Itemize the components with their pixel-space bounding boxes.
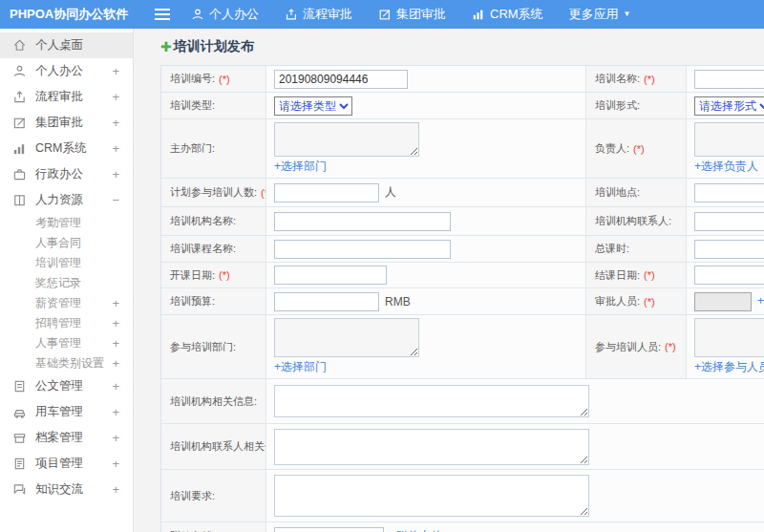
field-label: 培训地点: [595, 185, 640, 200]
select-participants-link[interactable]: +选择参与人员 [694, 359, 764, 375]
sidebar-item-personal-office[interactable]: 个人办公 + [0, 58, 133, 84]
training-form-select[interactable]: 请选择形式 [694, 96, 764, 116]
form-row: 参与培训部门: +选择部门 参与培训人员:(*) +选择参与人员 [161, 315, 764, 379]
briefcase-icon [12, 167, 27, 181]
budget-input[interactable] [274, 292, 379, 311]
form-row: 培训要求: [161, 470, 764, 522]
total-hours-input[interactable] [694, 240, 764, 259]
user-icon [12, 64, 27, 78]
sidebar-item-reward-records[interactable]: 奖惩记录 [0, 273, 133, 293]
sidebar-item-group-approval[interactable]: 集团审批 + [0, 110, 133, 136]
select-approver-link[interactable]: +选择审批人 [757, 293, 764, 309]
sidebar-item-recruit-mgmt[interactable]: 招聘管理+ [0, 313, 133, 333]
label-cell: 培训课程名称: [161, 236, 266, 262]
sidebar-item-knowledge-exchange[interactable]: 知识交流 + [0, 477, 133, 502]
responsible-person-textarea[interactable] [694, 122, 764, 157]
sidebar-item-salary-mgmt[interactable]: 薪资管理+ [0, 293, 133, 313]
attachment-upload-link[interactable]: +附件上传 [390, 528, 442, 532]
nav-crm-system[interactable]: CRM系统 [472, 6, 543, 23]
sidebar-item-attendance-mgmt[interactable]: 考勤管理 [0, 213, 133, 233]
label-cell: 附件文档: [161, 522, 266, 532]
label-cell: 培训编号:(*) [161, 66, 266, 92]
field-label: 审批人员: [595, 294, 640, 309]
label-cell: 负责人:(*) [585, 119, 687, 178]
book-icon [12, 193, 27, 207]
nav-personal-office[interactable]: 个人办公 [191, 6, 259, 23]
participating-departments-textarea[interactable] [274, 318, 419, 357]
label-cell: 培训要求: [161, 470, 266, 521]
sidebar-item-document-mgmt[interactable]: 公文管理 + [0, 373, 133, 399]
field-cell: +选择参与人员 [687, 315, 764, 378]
label-cell: 培训机构联系人: [585, 207, 687, 235]
planned-participants-input[interactable] [274, 183, 379, 202]
nav-group-approval[interactable]: 集团审批 [378, 6, 446, 23]
participating-people-textarea[interactable] [694, 318, 764, 357]
field-label: 培训机构相关信息: [170, 394, 257, 409]
field-cell [687, 179, 764, 206]
sidebar-item-human-resources[interactable]: 人力资源 − [0, 187, 133, 213]
sidebar-item-admin-office[interactable]: 行政办公 + [0, 161, 133, 187]
field-cell [266, 470, 764, 521]
field-label: 结课日期: [595, 268, 640, 283]
nav-workflow-approval[interactable]: 流程审批 [285, 6, 352, 23]
training-requirements-textarea[interactable] [274, 475, 589, 517]
document-icon [12, 379, 27, 394]
field-label: 培训编号: [170, 72, 215, 86]
institution-info-textarea[interactable] [274, 385, 589, 417]
course-name-input[interactable] [274, 240, 451, 259]
start-date-input[interactable] [274, 266, 387, 285]
form-row: 计划参与培训人数:(*) 人 培训地点: [161, 179, 764, 207]
main-content: ✚ 培训计划发布 培训编号:(*) 培训名称:(*) 培训类型: 请选择类型 培… [134, 29, 764, 532]
sidebar-item-training-mgmt[interactable]: 培训管理 [0, 253, 133, 273]
clipboard-icon [12, 457, 27, 471]
edit-icon [12, 116, 27, 130]
form-row: 培训机构相关信息: [161, 379, 764, 424]
training-plan-form: 培训编号:(*) 培训名称:(*) 培训类型: 请选择类型 培训形式: 请选择形… [160, 65, 764, 532]
field-cell [266, 379, 764, 423]
training-location-input[interactable] [694, 183, 764, 202]
archive-icon [12, 431, 27, 445]
top-nav: 个人办公 流程审批 集团审批 CRM系统 更多应用 ▼ [191, 6, 657, 23]
training-number-input[interactable] [274, 70, 408, 89]
sidebar-item-workflow-approval[interactable]: 流程审批 + [0, 84, 133, 110]
approver-input[interactable] [694, 292, 752, 311]
required-mark: (*) [219, 74, 230, 85]
sidebar-item-hr-contracts[interactable]: 人事合同 [0, 233, 133, 253]
institution-contact-input[interactable] [694, 212, 764, 231]
sidebar-item-vehicle-mgmt[interactable]: 用车管理 + [0, 399, 133, 425]
field-label: 培训机构联系人: [595, 214, 671, 228]
field-label: 负责人: [595, 141, 629, 156]
form-row: 培训机构联系人相关信息: [161, 424, 764, 470]
nav-more-apps[interactable]: 更多应用 ▼ [569, 6, 631, 23]
select-department-link[interactable]: +选择部门 [274, 159, 327, 175]
host-department-textarea[interactable] [274, 122, 419, 157]
sidebar-item-personnel-mgmt[interactable]: 人事管理+ [0, 333, 133, 353]
sidebar-item-project-mgmt[interactable]: 项目管理 + [0, 451, 133, 477]
edit-icon [378, 8, 392, 21]
label-cell: 计划参与培训人数:(*) [161, 179, 266, 206]
select-department-link[interactable]: +选择部门 [274, 359, 327, 375]
field-cell [687, 263, 764, 287]
end-date-input[interactable] [694, 266, 764, 285]
field-cell: +选择审批人 [687, 288, 764, 314]
field-cell [687, 236, 764, 262]
sidebar-item-crm-system[interactable]: CRM系统 + [0, 136, 133, 161]
field-cell: +附件上传 [266, 522, 764, 532]
training-name-input[interactable] [694, 70, 764, 89]
sidebar-item-archive-mgmt[interactable]: 档案管理 + [0, 425, 133, 451]
institution-contact-info-textarea[interactable] [274, 429, 589, 465]
attachment-input[interactable] [274, 527, 384, 532]
training-type-select[interactable]: 请选择类型 [274, 96, 352, 116]
label-cell: 培训地点: [585, 179, 687, 206]
select-responsible-link[interactable]: +选择负责人 [694, 159, 758, 175]
sidebar-item-personal-desktop[interactable]: 个人桌面 [0, 32, 133, 58]
institution-name-input[interactable] [274, 212, 451, 231]
field-label: 参与培训部门: [170, 340, 236, 354]
sidebar-item-base-category-settings[interactable]: 基础类别设置+ [0, 353, 133, 373]
field-label: 培训预算: [170, 294, 215, 309]
label-cell: 审批人员:(*) [585, 288, 687, 314]
hamburger-menu-icon[interactable] [155, 6, 170, 23]
chat-icon [12, 482, 27, 497]
required-mark: (*) [644, 74, 655, 85]
field-label: 培训机构联系人相关信息: [170, 439, 266, 454]
